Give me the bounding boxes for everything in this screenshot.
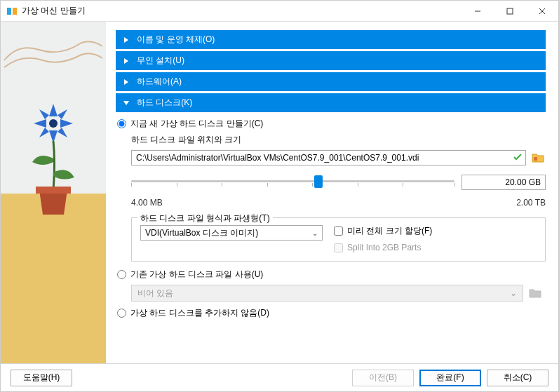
accordion-label: 이름 및 운영 체제(O) xyxy=(137,34,215,46)
window-title: 가상 머신 만들기 xyxy=(22,5,462,17)
close-button[interactable] xyxy=(526,1,558,22)
finish-button[interactable]: 완료(F) xyxy=(419,370,481,386)
accordion-name-os[interactable]: 이름 및 운영 체제(O) xyxy=(116,30,546,49)
svg-rect-0 xyxy=(7,8,11,15)
slider-max-label: 2.00 TB xyxy=(516,198,546,208)
radio-existing-input[interactable] xyxy=(117,270,126,279)
accordion-label: 무인 설치(U) xyxy=(137,55,184,67)
split-2gb-checkbox: Split Into 2GB Parts xyxy=(334,243,432,252)
app-logo-icon xyxy=(6,6,18,17)
disk-size-slider[interactable] xyxy=(131,174,454,191)
cancel-button[interactable]: 취소(C) xyxy=(487,370,548,386)
svg-rect-3 xyxy=(507,8,513,14)
checkbox-label: 미리 전체 크기 할당(F) xyxy=(347,225,432,237)
checkmark-icon xyxy=(513,153,522,163)
accordion-label: 하드 디스크(K) xyxy=(137,97,192,109)
chevron-down-icon xyxy=(123,100,131,107)
chevron-down-icon: ⌄ xyxy=(510,288,517,298)
radio-create-new-disk[interactable]: 지금 새 가상 하드 디스크 만들기(C) xyxy=(117,118,546,130)
radio-no-disk[interactable]: 가상 하드 디스크를 추가하지 않음(D) xyxy=(117,307,546,319)
disk-path-input[interactable] xyxy=(131,150,526,165)
disk-size-value[interactable]: 20.00 GB xyxy=(462,175,546,190)
preallocate-input[interactable] xyxy=(334,227,343,236)
radio-create-new-input[interactable] xyxy=(117,119,126,128)
radio-label: 가상 하드 디스크를 추가하지 않음(D) xyxy=(130,307,269,319)
minimize-button[interactable] xyxy=(462,1,494,22)
chevron-right-icon xyxy=(123,58,131,65)
checkbox-label: Split Into 2GB Parts xyxy=(347,243,421,252)
accordion-unattended[interactable]: 무인 설치(U) xyxy=(116,51,546,70)
split-input xyxy=(334,243,343,252)
wizard-illustration xyxy=(1,22,106,363)
slider-thumb[interactable] xyxy=(314,175,323,188)
radio-label: 지금 새 가상 하드 디스크 만들기(C) xyxy=(130,118,263,130)
disk-format-select[interactable]: VDI(VirtualBox 디스크 이미지) ⌄ xyxy=(140,225,323,241)
svg-rect-10 xyxy=(534,157,537,161)
radio-label: 기존 가상 하드 디스크 파일 사용(U) xyxy=(130,269,263,281)
slider-min-label: 4.00 MB xyxy=(131,198,163,208)
chevron-right-icon xyxy=(123,36,131,43)
chevron-down-icon: ⌄ xyxy=(312,229,318,237)
accordion-hardware[interactable]: 하드웨어(A) xyxy=(116,72,546,91)
back-button: 이전(B) xyxy=(352,370,414,386)
preallocate-checkbox[interactable]: 미리 전체 크기 할당(F) xyxy=(334,225,432,237)
format-fieldset: 하드 디스크 파일 형식과 파생형(T) VDI(VirtualBox 디스크 … xyxy=(131,217,546,262)
browse-folder-button[interactable] xyxy=(530,150,546,165)
svg-point-8 xyxy=(49,119,58,128)
titlebar: 가상 머신 만들기 xyxy=(1,1,558,22)
svg-rect-9 xyxy=(36,187,71,194)
file-location-label: 하드 디스크 파일 위치와 크기 xyxy=(131,134,546,146)
chevron-right-icon xyxy=(123,79,131,86)
maximize-button[interactable] xyxy=(494,1,526,22)
svg-rect-1 xyxy=(13,8,17,15)
existing-disk-select: 비어 있음 ⌄ xyxy=(131,285,523,302)
browse-existing-button xyxy=(527,285,543,301)
select-value: 비어 있음 xyxy=(137,288,173,299)
radio-use-existing[interactable]: 기존 가상 하드 디스크 파일 사용(U) xyxy=(117,269,546,281)
format-legend: 하드 디스크 파일 형식과 파생형(T) xyxy=(137,212,273,224)
footer: 도움말(H) 이전(B) 완료(F) 취소(C) xyxy=(1,363,558,391)
help-button[interactable]: 도움말(H) xyxy=(11,370,72,386)
accordion-label: 하드웨어(A) xyxy=(137,76,182,88)
svg-rect-7 xyxy=(1,194,106,363)
accordion-harddisk[interactable]: 하드 디스크(K) xyxy=(116,93,546,112)
radio-nodisk-input[interactable] xyxy=(117,309,126,318)
select-value: VDI(VirtualBox 디스크 이미지) xyxy=(145,227,258,239)
